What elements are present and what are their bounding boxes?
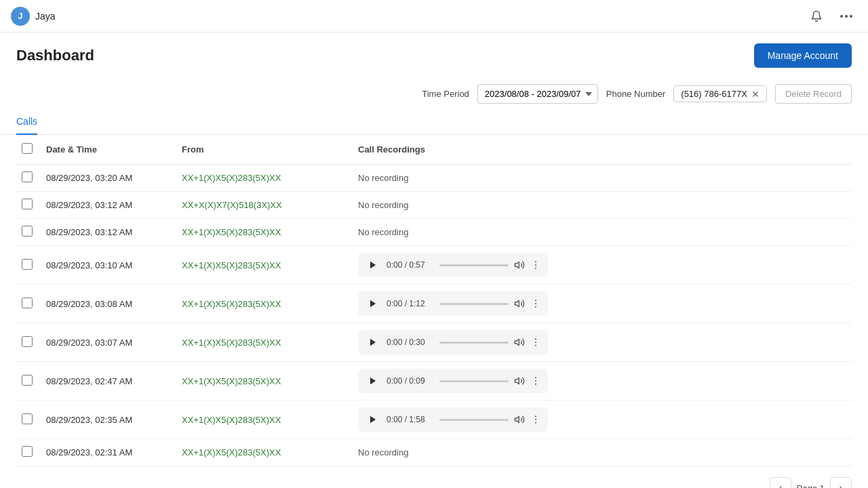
next-page-button[interactable]: › bbox=[830, 477, 852, 488]
header-checkbox-col bbox=[16, 135, 41, 165]
progress-bar[interactable] bbox=[439, 419, 509, 421]
svg-point-10 bbox=[535, 300, 536, 301]
row-checkbox[interactable] bbox=[22, 199, 33, 209]
row-datetime: 08/29/2023, 02:31 AM bbox=[41, 439, 176, 466]
row-checkbox[interactable] bbox=[22, 171, 33, 182]
masked-phone-number: XX+1(X)X5(X)283(5X)XX bbox=[182, 227, 281, 237]
table-row: 08/29/2023, 02:35 AMXX+1(X)X5(X)283(5X)X… bbox=[16, 401, 852, 439]
row-checkbox-cell bbox=[16, 362, 41, 401]
recording-more-button[interactable] bbox=[530, 375, 541, 386]
progress-bar[interactable] bbox=[439, 380, 509, 382]
time-period-label: Time Period bbox=[422, 89, 469, 99]
masked-phone-number: XX+1(X)X5(X)283(5X)XX bbox=[182, 173, 281, 183]
row-recording: No recording bbox=[353, 439, 852, 466]
row-recording: No recording bbox=[353, 219, 852, 246]
row-from: XX+1(X)X5(X)283(5X)XX bbox=[176, 285, 353, 323]
row-checkbox-cell bbox=[16, 165, 41, 192]
play-button[interactable] bbox=[365, 257, 381, 273]
no-recording-label: No recording bbox=[358, 200, 408, 210]
row-checkbox[interactable] bbox=[22, 226, 33, 237]
top-nav-left: J Jaya bbox=[11, 7, 56, 26]
masked-phone-number: XX+1(X)X5(X)283(5X)XX bbox=[182, 299, 281, 309]
row-checkbox[interactable] bbox=[22, 259, 33, 270]
table-row: 08/29/2023, 03:10 AMXX+1(X)X5(X)283(5X)X… bbox=[16, 246, 852, 285]
audio-player: 0:00 / 1:12 bbox=[358, 291, 548, 316]
row-checkbox-cell bbox=[16, 401, 41, 439]
select-all-checkbox[interactable] bbox=[22, 143, 33, 154]
phone-number-clear-button[interactable]: ✕ bbox=[751, 89, 760, 99]
play-button[interactable] bbox=[365, 373, 381, 389]
calls-table: Date & Time From Call Recordings 08/29/2… bbox=[16, 135, 852, 466]
volume-button[interactable] bbox=[514, 298, 525, 309]
phone-number-value: (516) 786-6177X bbox=[681, 89, 747, 99]
svg-marker-14 bbox=[515, 339, 519, 345]
row-recording: 0:00 / 0:09 bbox=[353, 362, 852, 401]
recording-more-button[interactable] bbox=[530, 337, 541, 348]
play-button[interactable] bbox=[365, 296, 381, 312]
progress-bar[interactable] bbox=[439, 264, 509, 266]
masked-phone-number: XX+1(X)X5(X)283(5X)XX bbox=[182, 415, 281, 425]
recording-more-button[interactable] bbox=[530, 260, 541, 270]
svg-point-26 bbox=[535, 419, 536, 420]
row-from: XX+1(X)X5(X)283(5X)XX bbox=[176, 323, 353, 362]
svg-marker-23 bbox=[370, 416, 376, 424]
recording-more-button[interactable] bbox=[530, 298, 541, 309]
svg-point-0 bbox=[840, 15, 843, 18]
svg-point-5 bbox=[535, 261, 536, 262]
bell-button[interactable] bbox=[806, 5, 827, 27]
recording-more-button[interactable] bbox=[530, 414, 541, 425]
volume-button[interactable] bbox=[514, 375, 525, 386]
row-from: XX+1(X)X5(X)283(5X)XX bbox=[176, 362, 353, 401]
masked-phone-number: XX+1(X)X5(X)283(5X)XX bbox=[182, 260, 281, 270]
row-checkbox[interactable] bbox=[22, 413, 33, 424]
row-recording: No recording bbox=[353, 192, 852, 219]
delete-record-button[interactable]: Delete Record bbox=[775, 84, 852, 104]
time-display: 0:00 / 1:58 bbox=[387, 415, 434, 424]
row-datetime: 08/29/2023, 03:07 AM bbox=[41, 323, 176, 362]
svg-marker-19 bbox=[515, 378, 519, 384]
row-checkbox[interactable] bbox=[22, 375, 33, 386]
row-checkbox-cell bbox=[16, 439, 41, 466]
row-checkbox[interactable] bbox=[22, 298, 33, 308]
phone-number-label: Phone Number bbox=[606, 89, 665, 99]
audio-player: 0:00 / 1:58 bbox=[358, 407, 548, 432]
svg-marker-24 bbox=[515, 416, 519, 422]
svg-marker-13 bbox=[370, 339, 376, 346]
user-name: Jaya bbox=[35, 11, 56, 22]
row-recording: No recording bbox=[353, 165, 852, 192]
row-checkbox-cell bbox=[16, 192, 41, 219]
time-display: 0:00 / 1:12 bbox=[387, 299, 434, 308]
svg-marker-9 bbox=[515, 300, 519, 306]
page-header: Dashboard Manage Account bbox=[0, 33, 868, 79]
volume-button[interactable] bbox=[514, 260, 525, 270]
progress-bar[interactable] bbox=[439, 303, 509, 305]
row-from: XX+1(X)X5(X)283(5X)XX bbox=[176, 219, 353, 246]
svg-point-16 bbox=[535, 342, 536, 343]
row-checkbox[interactable] bbox=[22, 446, 33, 457]
calls-table-wrap: Date & Time From Call Recordings 08/29/2… bbox=[0, 135, 868, 466]
tab-calls[interactable]: Calls bbox=[16, 109, 37, 135]
more-icon bbox=[840, 15, 852, 18]
time-period-select[interactable]: 2023/08/08 - 2023/09/07 bbox=[477, 84, 598, 104]
row-checkbox[interactable] bbox=[22, 336, 33, 347]
time-display: 0:00 / 0:57 bbox=[387, 260, 434, 270]
manage-account-button[interactable]: Manage Account bbox=[754, 43, 852, 68]
row-recording: 0:00 / 1:58 bbox=[353, 401, 852, 439]
table-row: 08/29/2023, 03:08 AMXX+1(X)X5(X)283(5X)X… bbox=[16, 285, 852, 323]
table-header-row: Date & Time From Call Recordings bbox=[16, 135, 852, 165]
progress-bar[interactable] bbox=[439, 342, 509, 344]
play-button[interactable] bbox=[365, 334, 381, 350]
svg-point-22 bbox=[535, 384, 536, 385]
top-nav-right bbox=[806, 5, 857, 27]
audio-player: 0:00 / 0:09 bbox=[358, 369, 548, 393]
avatar: J bbox=[11, 7, 30, 26]
more-menu-button[interactable] bbox=[835, 5, 857, 27]
top-nav: J Jaya bbox=[0, 0, 868, 33]
svg-point-11 bbox=[535, 303, 536, 304]
prev-page-button[interactable]: ‹ bbox=[770, 477, 791, 488]
svg-point-15 bbox=[535, 338, 536, 340]
play-button[interactable] bbox=[365, 411, 381, 428]
volume-button[interactable] bbox=[514, 337, 525, 348]
volume-button[interactable] bbox=[514, 414, 525, 425]
header-call-recordings: Call Recordings bbox=[353, 135, 852, 165]
